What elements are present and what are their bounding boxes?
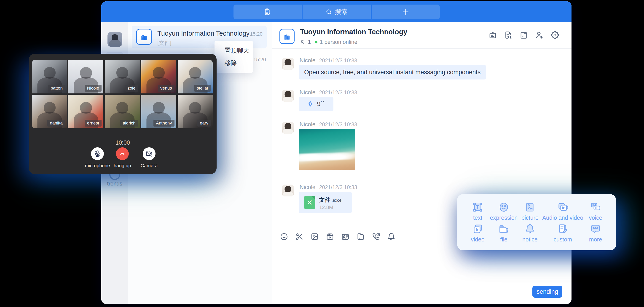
send-button[interactable]: sending: [532, 286, 562, 298]
sender-name: Nicole: [300, 89, 315, 96]
microphone-control: microphone: [84, 147, 111, 168]
menu-item-remove[interactable]: 移除: [214, 60, 254, 66]
avatar: [282, 122, 294, 134]
plus-icon: [402, 8, 410, 16]
menu-item-pin-chat[interactable]: 置顶聊天: [214, 47, 254, 54]
feature-voice[interactable]: voice: [583, 201, 608, 222]
message-time: 2021/12/3 10:33: [319, 121, 357, 128]
message-time: 2021/12/3 10:33: [319, 184, 357, 191]
add-button[interactable]: [372, 4, 440, 19]
video-call-icon[interactable]: [372, 233, 380, 241]
file-folder-icon: [498, 223, 509, 234]
file-message-card[interactable]: ✕ 文件.excel 12.8M: [299, 192, 352, 213]
feature-more[interactable]: more: [583, 222, 608, 244]
participant-tile[interactable]: danika: [32, 95, 67, 128]
camera-off-icon: [146, 151, 152, 157]
video-clip-icon[interactable]: [326, 233, 334, 241]
feature-expression[interactable]: expression: [490, 201, 518, 222]
image-message-beach-photo[interactable]: [299, 129, 355, 170]
feature-audio-video[interactable]: Audio and video: [542, 201, 583, 222]
contact-card-icon[interactable]: [341, 233, 350, 241]
participant-grid: patton Nicole zole venus stellar danika …: [32, 60, 213, 128]
feature-text[interactable]: text: [466, 201, 490, 222]
conversation-time-second: 15:20: [254, 57, 266, 63]
search-placeholder: 搜索: [335, 7, 348, 16]
message-meta: Nicole 2021/12/3 10:33: [300, 184, 357, 191]
participant-tile[interactable]: zole: [105, 60, 140, 93]
camera-control: Camera: [136, 147, 163, 168]
notes-button[interactable]: [234, 4, 302, 19]
feature-picture[interactable]: picture: [518, 201, 542, 222]
feature-notice[interactable]: notice: [518, 222, 542, 244]
emoji-icon[interactable]: [280, 233, 288, 241]
custom-document-pen-icon: [557, 223, 568, 234]
participant-tile[interactable]: ernest: [68, 95, 103, 128]
chat-meta: 1 1 person online: [300, 39, 357, 45]
microphone-mute-button[interactable]: [91, 147, 104, 160]
excel-x-glyph: ✕: [307, 199, 313, 206]
message-meta: Nicole 2021/12/3 10:33: [300, 57, 357, 64]
video-stack-icon: [472, 223, 483, 234]
user-avatar[interactable]: [108, 32, 122, 47]
text-message-bubble[interactable]: Open source, free, and universal instant…: [299, 65, 486, 79]
participant-tile[interactable]: patton: [32, 60, 67, 93]
voice-bubbles-icon: [590, 202, 601, 213]
search-icon: [326, 9, 332, 15]
participant-tile[interactable]: venus: [141, 60, 176, 93]
avatar: [282, 90, 294, 102]
participant-tile[interactable]: stellar: [178, 60, 213, 93]
participant-name: Nicole: [84, 85, 102, 92]
participant-tile[interactable]: gary: [178, 95, 213, 128]
chat-title: Tuoyun Information Technology: [300, 28, 407, 36]
camera-off-button[interactable]: [143, 147, 156, 160]
sender-name: Nicole: [300, 184, 315, 191]
add-member-icon[interactable]: [535, 31, 544, 39]
microphone-label: microphone: [84, 163, 111, 168]
participant-tile[interactable]: aldrich: [105, 95, 140, 128]
more-bubble-icon: [590, 223, 601, 234]
scissors-screenshot-icon[interactable]: [295, 233, 304, 241]
participant-name: stellar: [194, 85, 211, 92]
voice-message-bubble[interactable]: 9``: [299, 97, 334, 111]
conversation-last-message: [文件]: [157, 39, 171, 47]
chat-history-search-icon[interactable]: [504, 31, 512, 39]
participant-name: patton: [48, 85, 65, 92]
hangup-control: hang up: [109, 147, 136, 168]
composer-toolbar: [280, 233, 396, 241]
participant-name: Anthony: [154, 120, 174, 127]
avatar: [282, 58, 294, 70]
notification-bell-icon[interactable]: [387, 233, 396, 241]
sidebar-item-trends[interactable]: trends: [101, 180, 128, 187]
mic-off-icon: [94, 151, 100, 157]
feature-video[interactable]: video: [466, 222, 490, 244]
group-notice-icon[interactable]: [488, 31, 497, 39]
notice-bell-icon: [524, 223, 535, 234]
participant-name: zole: [125, 85, 138, 92]
group-file-icon[interactable]: [520, 31, 528, 39]
excel-file-icon: ✕: [304, 196, 315, 209]
feature-custom[interactable]: custom: [542, 222, 583, 244]
search-input[interactable]: 搜索: [302, 4, 371, 19]
participant-name: venus: [158, 85, 174, 92]
group-building-icon: [136, 29, 152, 45]
message-type-panel: text expression picture: [457, 194, 616, 250]
file-extension: .excel: [332, 198, 342, 203]
chat-header-actions: [488, 31, 559, 39]
participant-tile[interactable]: Anthony: [141, 95, 176, 128]
clipboard-edit-icon: [264, 8, 272, 16]
expression-smiley-icon: [498, 202, 509, 213]
video-call-panel: patton Nicole zole venus stellar danika …: [29, 54, 216, 174]
hangup-label: hang up: [109, 163, 136, 168]
hang-up-button[interactable]: [116, 147, 129, 160]
participant-name: gary: [197, 120, 211, 127]
settings-gear-icon[interactable]: [551, 31, 559, 39]
image-upload-icon[interactable]: [310, 233, 319, 241]
file-upload-icon[interactable]: [356, 233, 365, 241]
file-name: 文件.excel: [319, 196, 342, 204]
participant-tile[interactable]: Nicole: [68, 60, 103, 93]
top-bar: 搜索: [101, 1, 572, 22]
message-time: 2021/12/3 10:33: [319, 57, 357, 64]
feature-file[interactable]: file: [490, 222, 518, 244]
conversation-time: 15:20: [250, 31, 262, 37]
conversation-context-menu: 置顶聊天 移除: [214, 41, 254, 73]
